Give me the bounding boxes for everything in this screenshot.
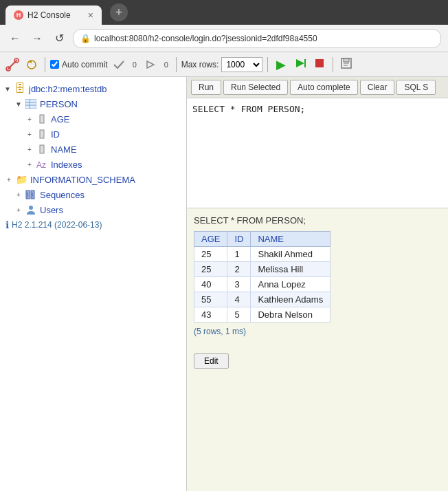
save-script-btn[interactable] [338, 56, 355, 73]
sidebar-information-schema[interactable]: + 📁 INFORMATION_SCHEMA [0, 172, 186, 187]
right-panel: Run Run Selected Auto complete Clear SQL… [187, 77, 448, 491]
query-editor[interactable]: SELECT * FROM PERSON; [187, 98, 448, 208]
db-expand-icon: ▼ [3, 84, 12, 94]
connect-icon[interactable] [4, 56, 21, 73]
tab-strip: H H2 Console × [5, 0, 102, 25]
db-connection-label: jdbc:h2:mem:testdb [29, 84, 107, 94]
rollback-icon[interactable] [142, 56, 159, 73]
sql-script-button[interactable]: SQL S [396, 80, 436, 95]
lock-icon: 🔒 [80, 34, 91, 43]
auto-complete-button[interactable]: Auto complete [290, 80, 358, 95]
col-expand-icon-name: + [25, 144, 34, 154]
indexes-icon: Az [36, 158, 48, 171]
table-row: 252Melissa Hill [194, 262, 331, 277]
forward-button[interactable]: → [29, 30, 45, 47]
col-expand-icon-id: + [25, 129, 34, 139]
version-text: H2 2.1.214 (2022-06-13) [12, 220, 102, 230]
sidebar-users[interactable]: + Users [0, 202, 186, 217]
run-play-btn[interactable]: ▶ [273, 56, 289, 73]
svg-rect-12 [40, 115, 44, 123]
table-cell-age: 25 [194, 247, 227, 262]
table-cell-id: 5 [227, 307, 251, 323]
schema-label: INFORMATION_SCHEMA [30, 175, 135, 185]
run-selected-button[interactable]: Run Selected [223, 80, 288, 95]
sequences-label: Sequences [40, 190, 85, 200]
table-cell-id: 4 [227, 292, 251, 307]
reload-button[interactable]: ↺ [51, 30, 67, 47]
autocommit-text: Auto commit [62, 60, 108, 69]
svg-rect-14 [40, 145, 44, 153]
new-tab-button[interactable]: + [110, 3, 128, 21]
sequences-expand-icon: + [14, 190, 23, 199]
result-table: AGE ID NAME 251Shakil Ahmed252Melissa Hi… [194, 231, 331, 323]
db-icon: 🗄 [14, 83, 26, 95]
schema-expand-icon: + [4, 175, 14, 184]
table-row: 554Kathleen Adams [194, 292, 331, 307]
svg-rect-8 [25, 99, 36, 109]
col-header-age: AGE [194, 232, 227, 247]
users-icon [25, 204, 37, 216]
stop-btn[interactable] [311, 56, 328, 73]
col-header-name: NAME [251, 232, 331, 247]
sidebar-indexes[interactable]: + Az Indexes [0, 157, 186, 172]
schema-icon: 📁 [15, 173, 27, 186]
col-icon-age [36, 113, 48, 125]
commit-icon[interactable] [111, 56, 127, 73]
table-row: 435Debra Nelson [194, 307, 331, 323]
result-footer: (5 rows, 1 ms) [194, 327, 441, 336]
table-cell-name: Shakil Ahmed [251, 247, 331, 262]
tab-favicon: H [14, 10, 23, 20]
table-cell-age: 40 [194, 277, 227, 292]
table-cell-name: Debra Nelson [251, 307, 331, 323]
table-cell-name: Kathleen Adams [251, 292, 331, 307]
col-icon-id [36, 128, 48, 140]
run-button[interactable]: Run [191, 80, 221, 95]
col-expand-icon: + [25, 114, 34, 124]
svg-rect-3 [315, 59, 324, 67]
col-header-id: ID [227, 232, 251, 247]
clear-button[interactable]: Clear [360, 80, 395, 95]
col-icon-name [36, 143, 48, 155]
sidebar-table-person[interactable]: ▼ PERSON [0, 96, 186, 111]
version-info-icon: ℹ [5, 219, 9, 230]
autocommit-checkbox[interactable] [50, 60, 59, 69]
sidebar-col-age[interactable]: + AGE [0, 111, 186, 127]
sidebar-sequences[interactable]: + Sequences [0, 187, 186, 202]
table-expand-icon: ▼ [14, 99, 23, 109]
sidebar: ▼ 🗄 jdbc:h2:mem:testdb ▼ PERSON + AGE + [0, 77, 187, 491]
tab-close-btn[interactable]: × [88, 10, 93, 20]
sidebar-db-connection[interactable]: ▼ 🗄 jdbc:h2:mem:testdb [0, 81, 186, 96]
app-toolbar: Auto commit 0 0 Max rows: 1000 10 100 10… [0, 52, 448, 77]
sidebar-col-name[interactable]: + NAME [0, 142, 186, 157]
table-cell-age: 55 [194, 292, 227, 307]
run-play2-btn[interactable] [292, 56, 309, 73]
maxrows-select[interactable]: 1000 10 100 10000 [221, 57, 262, 72]
table-icon [25, 98, 37, 110]
svg-rect-13 [40, 130, 44, 138]
table-cell-id: 2 [227, 262, 251, 277]
browser-titlebar: H H2 Console × + [0, 0, 448, 25]
table-cell-age: 43 [194, 307, 227, 323]
table-cell-name: Anna Lopez [251, 277, 331, 292]
svg-text:Az: Az [36, 160, 46, 169]
result-query-label: SELECT * FROM PERSON; [194, 215, 441, 226]
table-cell-id: 3 [227, 277, 251, 292]
table-row: 403Anna Lopez [194, 277, 331, 292]
browser-tab[interactable]: H H2 Console × [5, 6, 102, 25]
edit-button[interactable]: Edit [194, 353, 229, 369]
separator-3 [267, 57, 268, 72]
query-toolbar: Run Run Selected Auto complete Clear SQL… [187, 77, 448, 98]
svg-rect-5 [344, 58, 349, 62]
indexes-label: Indexes [51, 160, 82, 170]
address-bar[interactable]: 🔒 localhost:8080/h2-console/login.do?jse… [73, 29, 441, 48]
separator-2 [176, 57, 177, 72]
sequences-icon [25, 188, 37, 201]
refresh-tree-icon[interactable] [23, 56, 40, 73]
sidebar-version-row: ℹ H2 2.1.214 (2022-06-13) [0, 217, 186, 232]
back-button[interactable]: ← [7, 30, 23, 47]
maxrows-label: Max rows: [181, 60, 219, 69]
sidebar-col-id[interactable]: + ID [0, 127, 186, 142]
main-layout: ▼ 🗄 jdbc:h2:mem:testdb ▼ PERSON + AGE + [0, 77, 448, 491]
svg-point-20 [29, 206, 33, 210]
table-cell-age: 25 [194, 262, 227, 277]
